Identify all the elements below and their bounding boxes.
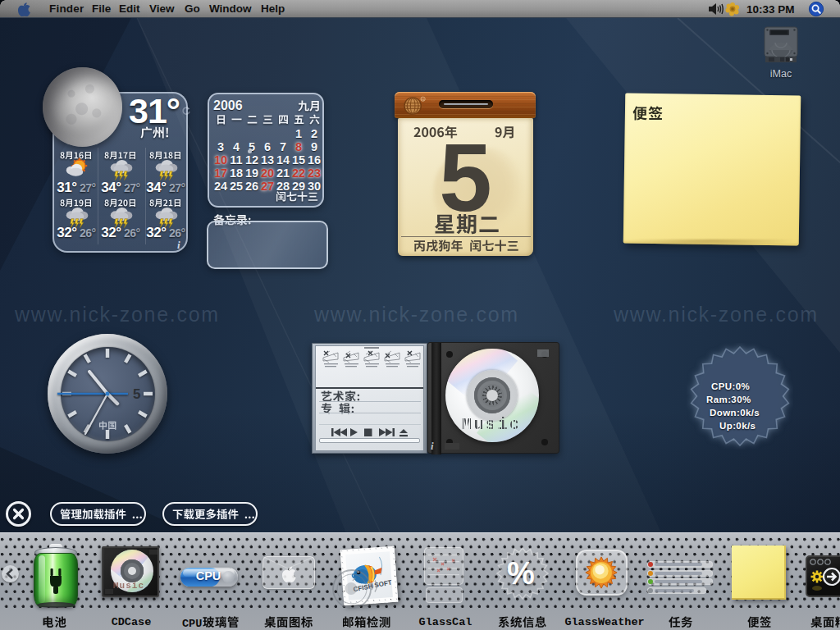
svg-text:R: R bbox=[422, 98, 424, 102]
